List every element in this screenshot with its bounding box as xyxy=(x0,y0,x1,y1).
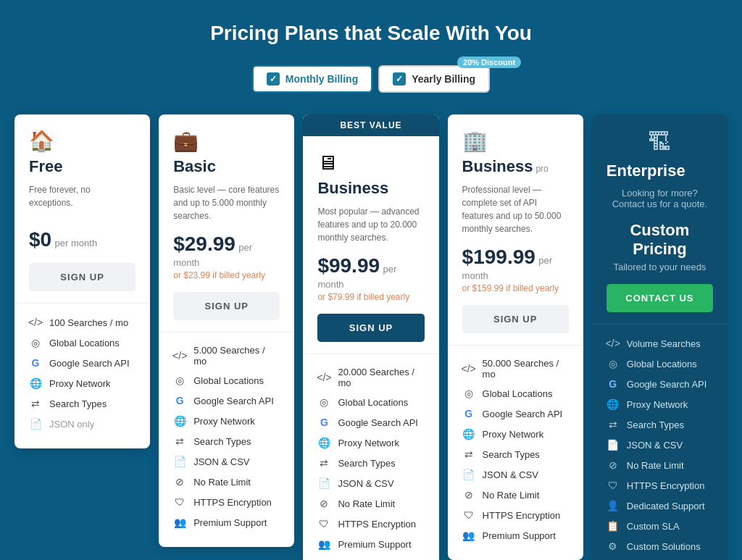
business-proxy-text: Proxy Network xyxy=(338,438,399,448)
basic-feature-json: 📄 JSON & CSV xyxy=(173,451,280,472)
bpro-feature-locations: ◎ Global Locations xyxy=(462,383,569,404)
business-feature-proxy: 🌐 Proxy Network xyxy=(317,432,424,453)
business-feature-support: 👥 Premium Support xyxy=(317,534,424,554)
free-feature-google: G Google Search API xyxy=(29,353,136,373)
ent-search-types-text: Search Types xyxy=(627,419,684,430)
google-icon: G xyxy=(173,394,186,407)
business-signup-button[interactable]: SIGN UP xyxy=(317,314,424,342)
globe-icon: 🌐 xyxy=(606,398,620,411)
free-search-types-text: Search Types xyxy=(49,398,107,409)
custom-pricing-sub: Tailored to your needs xyxy=(606,262,713,272)
location-icon: ◎ xyxy=(462,387,475,400)
enterprise-plan-icon: 🏗 xyxy=(606,129,713,156)
free-signup-button[interactable]: SIGN UP xyxy=(29,263,136,291)
custom-pricing-title: Custom Pricing xyxy=(606,221,713,259)
ent-google-text: Google Search API xyxy=(627,379,707,390)
ent-feature-sla: 📋 Custom SLA xyxy=(606,516,713,536)
basic-feature-rate: ⊘ No Rate Limit xyxy=(173,472,280,492)
location-icon: ◎ xyxy=(173,374,186,387)
business-pro-plan-description: Professional level — complete set of API… xyxy=(462,183,569,235)
ent-sla-text: Custom SLA xyxy=(627,521,680,532)
search-types-icon: ⇄ xyxy=(462,448,475,461)
bpro-json-text: JSON & CSV xyxy=(483,469,538,480)
ent-feature-searches: </> Volume Searches xyxy=(606,333,713,354)
enterprise-plan-name: Enterprise xyxy=(606,162,713,180)
plan-business: BEST VALUE 🖥 Business Most popular — adv… xyxy=(303,114,438,560)
location-icon: ◎ xyxy=(29,336,42,349)
rate-icon: ⊘ xyxy=(317,497,330,510)
business-json-text: JSON & CSV xyxy=(338,478,393,489)
bpro-feature-rate: ⊘ No Rate Limit xyxy=(462,485,569,505)
yearly-billing-option[interactable]: 20% Discount ✓ Yearly Billing xyxy=(378,65,490,93)
discount-badge: 20% Discount xyxy=(457,57,521,68)
basic-search-types-text: Search Types xyxy=(193,436,251,447)
monthly-checkbox-icon: ✓ xyxy=(267,72,280,85)
plan-enterprise: 🏗 Enterprise Looking for more? Contact u… xyxy=(592,114,728,560)
business-encryption-text: HTTPS Encryption xyxy=(338,519,416,530)
basic-json-text: JSON & CSV xyxy=(193,456,249,467)
bpro-feature-encryption: 🛡 HTTPS Encryption xyxy=(462,505,569,525)
search-types-icon: ⇄ xyxy=(606,418,620,431)
bpro-searches-text: 50.000 Searches / mo xyxy=(483,358,569,380)
search-types-icon: ⇄ xyxy=(29,397,42,410)
json-icon: 📄 xyxy=(462,468,475,481)
basic-feature-search-types: ⇄ Search Types xyxy=(173,431,280,451)
business-pro-plan-features: </> 50.000 Searches / mo ◎ Global Locati… xyxy=(448,345,583,560)
business-plan-icon: 🖥 xyxy=(317,151,424,175)
bpro-feature-google: G Google Search API xyxy=(462,404,569,424)
basic-plan-price: $29.99 per month or $23.99 if billed yea… xyxy=(159,233,294,280)
shield-icon: 🛡 xyxy=(317,517,330,530)
code-icon: </> xyxy=(606,337,620,350)
free-plan-icon: 🏠 xyxy=(29,129,136,153)
ent-encryption-text: HTTPS Encryption xyxy=(627,480,705,491)
basic-rate-text: No Rate Limit xyxy=(193,477,251,488)
basic-feature-searches: </> 5.000 Searches / mo xyxy=(173,341,280,370)
code-icon: </> xyxy=(29,316,42,329)
ent-rate-text: No Rate Limit xyxy=(627,460,684,471)
rate-icon: ⊘ xyxy=(173,475,186,488)
code-icon: </> xyxy=(173,349,186,362)
solutions-icon: ⚙ xyxy=(606,540,620,553)
basic-feature-encryption: 🛡 HTTPS Encryption xyxy=(173,492,280,512)
free-feature-search-types: ⇄ Search Types xyxy=(29,393,136,414)
plan-basic: 💼 Basic Basic level — core features and … xyxy=(159,114,294,547)
basic-plan-icon: 💼 xyxy=(173,129,280,153)
business-locations-text: Global Locations xyxy=(338,397,408,408)
bpro-feature-proxy: 🌐 Proxy Network xyxy=(462,424,569,444)
code-icon: </> xyxy=(462,362,475,375)
business-feature-searches: </> 20.000 Searches / mo xyxy=(317,363,424,392)
business-yearly-price: or $79.99 if billed yearly xyxy=(317,292,424,302)
free-google-text: Google Search API xyxy=(49,358,130,369)
business-pro-signup-button[interactable]: SIGN UP xyxy=(462,305,569,333)
ent-json-text: JSON & CSV xyxy=(627,440,683,451)
shield-icon: 🛡 xyxy=(462,509,475,522)
business-price-amount: $99.99 xyxy=(317,254,380,277)
shield-icon: 🛡 xyxy=(606,479,620,492)
business-search-types-text: Search Types xyxy=(338,458,395,469)
google-icon: G xyxy=(462,407,475,420)
free-price-amount: $0 xyxy=(29,228,51,251)
business-plan-features: </> 20.000 Searches / mo ◎ Global Locati… xyxy=(303,354,438,560)
business-plan-name: Business xyxy=(317,179,424,198)
basic-signup-button[interactable]: SIGN UP xyxy=(173,292,280,320)
ent-feature-google: G Google Search API xyxy=(606,374,713,394)
globe-icon: 🌐 xyxy=(462,427,475,440)
billing-toggle: ✓ Monthly Billing 20% Discount ✓ Yearly … xyxy=(14,65,728,93)
plans-container: 🏠 Free Free forever, no exceptions. $0 p… xyxy=(14,114,728,560)
monthly-billing-label: Monthly Billing xyxy=(285,73,358,85)
business-pro-price-amount: $199.99 xyxy=(462,246,535,268)
enterprise-plan-price: Custom Pricing Tailored to your needs xyxy=(592,221,728,272)
free-plan-description: Free forever, no exceptions. xyxy=(29,183,136,218)
business-plan-price: $99.99 per month or $79.99 if billed yea… xyxy=(303,254,438,302)
basic-yearly-price: or $23.99 if billed yearly xyxy=(173,270,280,280)
basic-support-text: Premium Support xyxy=(193,517,267,528)
basic-encryption-text: HTTPS Encryption xyxy=(193,497,272,508)
globe-icon: 🌐 xyxy=(29,377,42,390)
code-icon: </> xyxy=(317,371,330,384)
business-plan-description: Most popular — advanced features and up … xyxy=(317,205,424,244)
page-title: Pricing Plans that Scale With You xyxy=(14,22,728,45)
basic-plan-name: Basic xyxy=(173,157,280,176)
enterprise-contact-button[interactable]: CONTACT US xyxy=(606,284,713,312)
bpro-encryption-text: HTTPS Encryption xyxy=(483,510,561,521)
monthly-billing-option[interactable]: ✓ Monthly Billing xyxy=(252,65,372,93)
